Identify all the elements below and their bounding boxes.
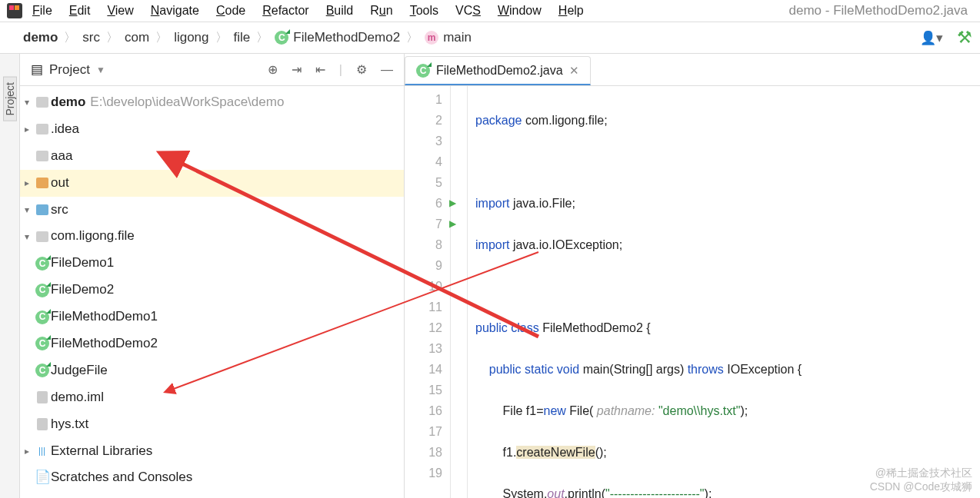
menu-vcs[interactable]: VCS — [455, 4, 481, 18]
crumb-demo[interactable]: demo — [23, 30, 58, 45]
tree-root[interactable]: ▾ demo E:\develop\ideaWorkSpace\demo — [20, 89, 404, 116]
chevron-right-icon: 〉 — [64, 30, 76, 46]
menu-file[interactable]: FFileile — [32, 4, 52, 18]
collapse-icon[interactable]: ⇤ — [315, 62, 325, 77]
chevron-right-icon[interactable]: ▸ — [20, 175, 34, 191]
project-tool-window: ▤ Project ▼ ⊕ ⇥ ⇤ | ⚙ — ▾ demo E:\develo… — [20, 54, 405, 498]
crumb-ligong[interactable]: ligong — [174, 30, 208, 45]
window-title: demo - FileMethodDemo2.java — [789, 3, 974, 18]
tree-external-libs[interactable]: ▸⫼External Libraries — [20, 438, 404, 465]
crumb-method[interactable]: mmain — [425, 30, 472, 45]
menu-run[interactable]: Run — [370, 4, 392, 18]
text-file-icon — [37, 418, 48, 430]
user-icon[interactable]: 👤▾ — [920, 30, 943, 46]
class-icon: C — [35, 337, 49, 350]
class-icon: C — [35, 284, 49, 297]
tree-judgefile[interactable]: CJudgeFile — [20, 357, 404, 384]
locate-icon[interactable]: ⊕ — [268, 62, 278, 77]
tree-idea[interactable]: ▸.idea — [20, 116, 404, 143]
menu-view[interactable]: View — [107, 4, 133, 18]
tab-label: FileMethodDemo2.java — [436, 64, 563, 78]
project-view-icon: ▤ — [31, 61, 43, 78]
menu-bar: FFileile Edit View Navigate Code Refacto… — [0, 0, 980, 22]
chevron-right-icon[interactable]: ▸ — [20, 443, 34, 459]
source-folder-icon — [36, 204, 48, 215]
class-icon: C — [35, 310, 49, 324]
code-editor[interactable]: 12345 678910 1112131415 16171819 package… — [405, 86, 980, 498]
menu-navigate[interactable]: Navigate — [151, 4, 199, 18]
chevron-right-icon: 〉 — [256, 30, 268, 46]
tree-scratches[interactable]: 📄Scratches and Consoles — [20, 464, 404, 491]
output-folder-icon — [36, 178, 48, 188]
root-path: E:\develop\ideaWorkSpace\demo — [90, 91, 284, 114]
chevron-down-icon[interactable]: ▾ — [20, 202, 34, 217]
menu-build[interactable]: Build — [326, 4, 354, 18]
class-icon: C — [275, 31, 288, 45]
chevron-right-icon: 〉 — [406, 30, 418, 46]
menu-code[interactable]: Code — [216, 4, 245, 18]
view-selector[interactable]: Project — [49, 62, 90, 78]
menu-help[interactable]: Help — [558, 4, 584, 18]
tree-hys[interactable]: hys.txt — [20, 411, 404, 438]
class-icon: C — [416, 64, 430, 78]
line-numbers: 12345 678910 1112131415 16171819 — [405, 86, 451, 498]
tree-aaa[interactable]: aaa — [20, 143, 404, 170]
libraries-icon: ⫼ — [34, 440, 51, 461]
file-icon — [37, 391, 48, 403]
tree-filedemo1[interactable]: CFileDemo1 — [20, 250, 404, 277]
close-tab-icon[interactable]: ✕ — [569, 64, 579, 78]
class-icon: C — [35, 257, 49, 271]
editor-tabs: C FileMethodDemo2.java ✕ — [405, 54, 980, 86]
project-header: ▤ Project ▼ ⊕ ⇥ ⇤ | ⚙ — — [20, 54, 404, 86]
watermark: @稀土掘金技术社区 CSDN @Code攻城狮 — [870, 466, 972, 493]
menu-window[interactable]: Window — [498, 4, 542, 18]
tree-filemethoddemo2[interactable]: CFileMethodDemo2 — [20, 330, 404, 357]
build-icon[interactable]: ⚒ — [957, 28, 972, 48]
tree-src[interactable]: ▾src — [20, 197, 404, 224]
gear-icon[interactable]: ⚙ — [356, 62, 367, 77]
project-tree[interactable]: ▾ demo E:\develop\ideaWorkSpace\demo ▸.i… — [20, 86, 404, 498]
tree-filemethoddemo1[interactable]: CFileMethodDemo1 — [20, 304, 404, 330]
tree-out[interactable]: ▸out — [20, 170, 404, 197]
tool-window-stripe[interactable]: Project — [0, 54, 20, 498]
chevron-right-icon: 〉 — [106, 30, 118, 46]
class-icon: C — [35, 364, 49, 377]
tree-iml[interactable]: demo.iml — [20, 384, 404, 411]
crumb-src[interactable]: src — [82, 30, 100, 45]
app-icon — [6, 2, 23, 19]
expand-icon[interactable]: ⇥ — [292, 62, 302, 77]
editor-tab-filemethoddemo2[interactable]: C FileMethodDemo2.java ✕ — [405, 56, 591, 85]
chevron-right-icon: 〉 — [215, 30, 228, 46]
crumb-class[interactable]: CFileMethodDemo2 — [275, 30, 400, 45]
tree-filedemo2[interactable]: CFileDemo2 — [20, 277, 404, 304]
tree-package[interactable]: ▾com.ligong.file — [20, 223, 404, 250]
crumb-file[interactable]: file — [234, 30, 251, 45]
hide-icon[interactable]: — — [381, 63, 393, 77]
crumb-com[interactable]: com — [125, 30, 149, 45]
menu-tools[interactable]: Tools — [410, 4, 438, 18]
chevron-down-icon[interactable]: ▼ — [96, 65, 105, 75]
editor-area: C FileMethodDemo2.java ✕ 12345 678910 11… — [405, 54, 980, 498]
navigation-bar: demo 〉 src 〉 com 〉 ligong 〉 file 〉 CFile… — [0, 22, 980, 54]
chevron-down-icon[interactable]: ▾ — [20, 229, 34, 244]
menu-edit[interactable]: Edit — [69, 4, 91, 18]
fold-column[interactable] — [451, 86, 468, 498]
package-icon — [36, 231, 48, 242]
method-icon: m — [425, 31, 438, 45]
scratches-icon: 📄 — [34, 466, 51, 489]
module-icon — [36, 97, 48, 108]
chevron-right-icon[interactable]: ▸ — [20, 121, 34, 137]
project-tool-tab[interactable]: Project — [3, 77, 17, 121]
folder-icon — [36, 124, 48, 134]
menu-refactor[interactable]: Refactor — [262, 4, 308, 18]
chevron-down-icon[interactable]: ▾ — [20, 95, 34, 110]
code-content[interactable]: package com.ligong.file; import java.io.… — [468, 86, 980, 498]
chevron-right-icon: 〉 — [155, 30, 168, 46]
folder-icon — [36, 151, 48, 161]
svg-rect-1 — [9, 5, 14, 10]
svg-rect-2 — [15, 5, 19, 10]
